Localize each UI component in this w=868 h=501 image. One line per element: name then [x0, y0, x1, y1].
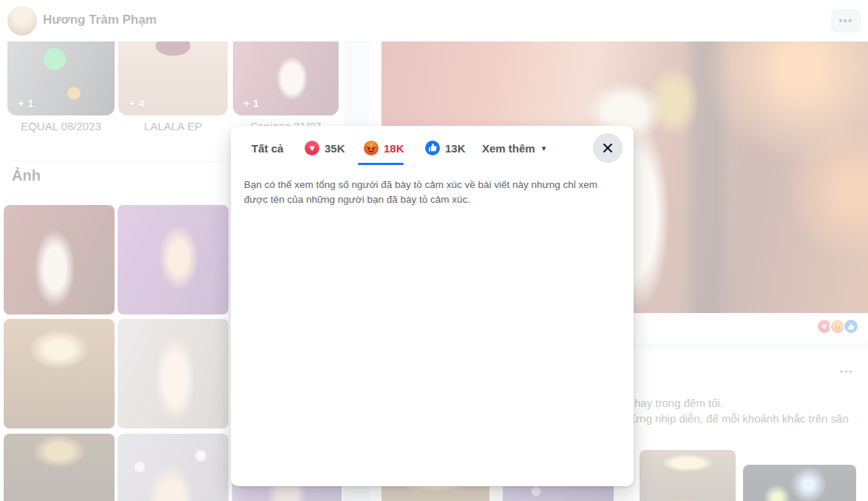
angry-count: 18K	[384, 142, 404, 155]
reactions-dialog: Tất cả ♥ 35K 18K	[231, 126, 634, 486]
tab-see-more[interactable]: Xem thêm ▾	[482, 138, 546, 158]
tab-love-reactions[interactable]: ♥ 35K	[305, 138, 345, 158]
reactions-privacy-description: Bạn có thể xem tổng số người đã bày tỏ c…	[244, 178, 623, 208]
tab-like-reactions[interactable]: 13K	[425, 138, 466, 158]
chevron-down-icon: ▾	[542, 144, 546, 153]
tab-label: Tất cả	[251, 142, 283, 155]
angry-face-reaction-icon	[364, 141, 379, 155]
thumbs-up-reaction-icon	[425, 141, 440, 155]
like-count: 13K	[445, 142, 466, 155]
tab-angry-reactions[interactable]: 18K	[364, 138, 404, 158]
close-button[interactable]	[593, 133, 623, 163]
facebook-profile-page: Hương Tràm Phạm ••• + 1 + 4 + 1 EQUAL 08…	[0, 0, 868, 501]
tab-label: Xem thêm	[482, 142, 535, 155]
love-count: 35K	[325, 142, 345, 155]
heart-love-reaction-icon: ♥	[305, 141, 319, 155]
tab-all-reactions[interactable]: Tất cả	[251, 138, 283, 158]
close-icon	[601, 141, 614, 155]
active-tab-underline	[358, 163, 404, 165]
